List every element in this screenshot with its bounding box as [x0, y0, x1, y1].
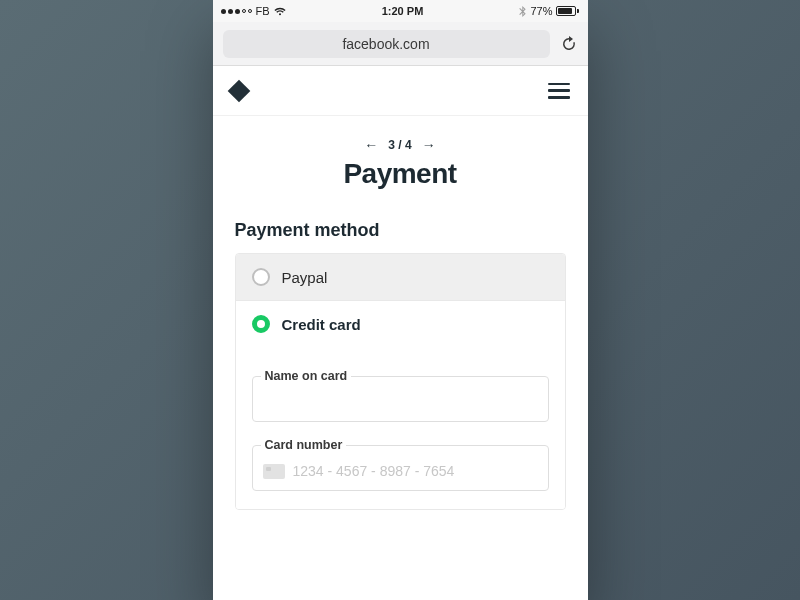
browser-url-bar: facebook.com — [213, 22, 588, 66]
status-left: FB — [221, 5, 286, 17]
wifi-icon — [274, 7, 286, 16]
step-next-icon[interactable]: → — [422, 138, 436, 152]
menu-icon[interactable] — [548, 83, 570, 99]
option-paypal-label: Paypal — [282, 269, 328, 286]
battery-icon — [556, 6, 579, 16]
clock: 1:20 PM — [382, 5, 424, 17]
url-text: facebook.com — [342, 36, 429, 52]
option-credit-card-label: Credit card — [282, 316, 361, 333]
phone-frame: FB 1:20 PM 77% facebook.com — [213, 0, 588, 600]
page-title: Payment — [213, 158, 588, 190]
radio-checked-icon — [252, 315, 270, 333]
battery-percent: 77% — [530, 5, 552, 17]
ios-status-bar: FB 1:20 PM 77% — [213, 0, 588, 22]
reload-icon[interactable] — [560, 35, 578, 53]
bluetooth-icon — [519, 6, 526, 17]
option-paypal[interactable]: Paypal — [236, 254, 565, 300]
card-number-label: Card number — [261, 438, 347, 452]
payment-option-list: Paypal Credit card Name on card Card num… — [235, 253, 566, 510]
app-header — [213, 66, 588, 116]
section-heading: Payment method — [235, 220, 566, 241]
credit-card-icon — [263, 464, 285, 479]
carrier-label: FB — [256, 5, 270, 17]
signal-dots-icon — [221, 9, 252, 14]
radio-unchecked-icon — [252, 268, 270, 286]
status-right: 77% — [519, 5, 579, 17]
step-prev-icon[interactable]: ← — [364, 138, 378, 152]
name-on-card-field: Name on card — [252, 369, 549, 422]
logo-icon[interactable] — [227, 79, 250, 102]
step-position: 3 / 4 — [388, 138, 411, 152]
url-field[interactable]: facebook.com — [223, 30, 550, 58]
payment-method-section: Payment method Paypal Credit card Name o… — [213, 220, 588, 510]
name-on-card-label: Name on card — [261, 369, 352, 383]
name-on-card-input[interactable] — [263, 383, 538, 421]
credit-card-form: Name on card Card number — [236, 347, 565, 509]
option-credit-card[interactable]: Credit card — [236, 300, 565, 347]
step-indicator: ← 3 / 4 → — [213, 138, 588, 152]
card-number-input[interactable] — [293, 452, 538, 490]
card-number-field: Card number — [252, 438, 549, 491]
